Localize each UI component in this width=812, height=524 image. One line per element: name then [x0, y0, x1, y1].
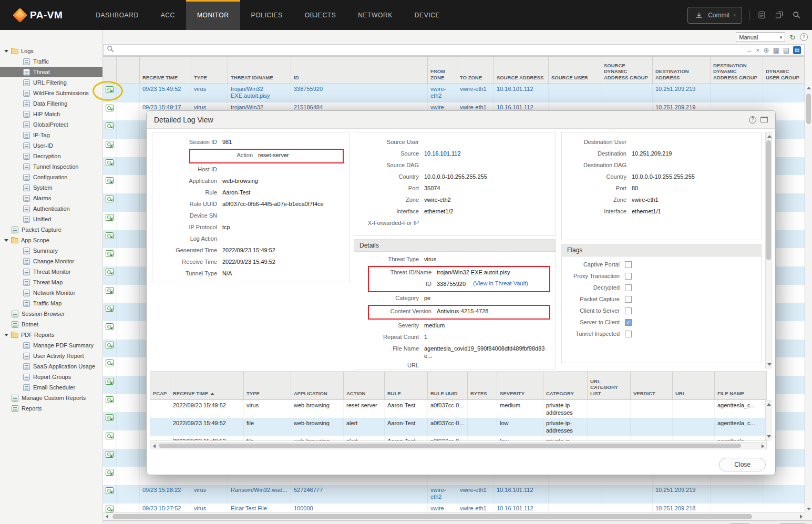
pcap-column-header-file-name[interactable]: FILE NAME — [715, 372, 766, 399]
pcap-column-header-pcap[interactable]: PCAP — [150, 372, 170, 399]
flag-tunnel-inspected-checkbox[interactable] — [625, 331, 632, 337]
pcap-log-row[interactable]: 2022/09/23 15:49:52fileweb-browsingalert… — [150, 418, 766, 436]
nav-tab-dashboard[interactable]: DASHBOARD — [85, 0, 149, 30]
column-header-id[interactable]: ID — [291, 57, 428, 84]
sidebar-item-reports[interactable]: Reports — [0, 403, 102, 414]
pcap-icon[interactable] — [106, 196, 114, 202]
sidebar-item-traffic-map[interactable]: Traffic Map — [0, 298, 102, 309]
pcap-icon[interactable] — [106, 396, 114, 403]
pcap-icon[interactable] — [106, 342, 114, 348]
sidebar-item-session-browser[interactable]: Session Browser — [0, 309, 102, 319]
scroll-left-icon[interactable] — [150, 443, 158, 450]
scroll-up-icon[interactable] — [766, 400, 772, 408]
scrollbar-thumb[interactable] — [766, 140, 771, 260]
sidebar-group-logs[interactable]: Logs — [0, 46, 102, 56]
column-header-destination-dynamic-address-group[interactable]: DESTINATION DYNAMIC ADDRESS GROUP — [711, 57, 763, 84]
threat-vault-link[interactable]: (View in Threat Vault) — [473, 280, 528, 286]
log-row[interactable]: 09/23 15:49:52virustrojan/Win32 EXE.auto… — [103, 84, 805, 102]
scroll-down-icon[interactable] — [805, 505, 812, 512]
commit-button[interactable]: Commit ▾ — [687, 7, 742, 24]
pcap-icon[interactable] — [106, 487, 114, 494]
pcap-icon[interactable] — [106, 323, 114, 330]
sidebar-item-url-filtering[interactable]: URL Filtering — [0, 77, 102, 88]
pcap-column-header-rule[interactable]: RULE — [385, 372, 428, 399]
pcap-icon[interactable] — [106, 287, 114, 294]
column-header-blank[interactable] — [103, 57, 117, 84]
scroll-down-icon[interactable] — [766, 433, 772, 440]
pcap-column-header-severity[interactable]: SEVERITY — [497, 372, 543, 399]
sidebar-item-summary[interactable]: Summary — [0, 245, 102, 256]
add-filter-icon[interactable]: ⊕ — [764, 47, 769, 54]
sidebar-item-threat-map[interactable]: Threat Map — [0, 277, 102, 287]
scrollbar-thumb[interactable] — [112, 514, 752, 519]
apply-filter-icon[interactable]: → — [745, 47, 752, 54]
flag-server-to-client-checkbox[interactable]: ✓ — [625, 319, 632, 326]
column-header-type[interactable]: TYPE — [191, 57, 228, 84]
tasks-icon[interactable] — [756, 10, 767, 20]
flag-decrypted-checkbox[interactable] — [625, 284, 632, 291]
sidebar-item-change-monitor[interactable]: Change Monitor — [0, 256, 102, 266]
flag-packet-capture-checkbox[interactable] — [625, 296, 632, 303]
pcap-vertical-scrollbar[interactable] — [765, 400, 772, 440]
pcap-icon[interactable] — [106, 305, 114, 312]
pcap-icon[interactable] — [106, 414, 114, 421]
scroll-down-icon[interactable] — [766, 361, 773, 368]
log-row[interactable]: 09/23 15:27:52virusEicar Test File100000… — [103, 504, 805, 512]
sidebar-item-manage-pdf-summary[interactable]: Manage PDF Summary — [0, 340, 102, 351]
close-button[interactable]: Close — [719, 458, 766, 471]
pcap-column-header-url[interactable]: URL — [673, 372, 715, 399]
help-icon[interactable]: ? — [800, 33, 808, 41]
scroll-left-icon[interactable] — [103, 513, 110, 520]
sidebar-item-data-filtering[interactable]: Data Filtering — [0, 98, 102, 109]
flag-proxy-transaction-checkbox[interactable] — [625, 273, 632, 280]
sidebar-item-threat[interactable]: Threat — [0, 67, 102, 77]
sidebar-item-hip-match[interactable]: HIP Match — [0, 109, 102, 119]
search-icon[interactable] — [791, 10, 801, 20]
sidebar-item-email-scheduler[interactable]: Email Scheduler — [0, 382, 102, 393]
pcap-icon[interactable] — [106, 105, 114, 111]
sidebar-item-decryption[interactable]: Decryption — [0, 151, 102, 161]
sidebar-item-botnet[interactable]: Botnet — [0, 319, 102, 330]
clear-filter-icon[interactable]: × — [756, 47, 760, 54]
pcap-icon[interactable] — [106, 250, 114, 257]
pcap-icon[interactable] — [106, 506, 114, 512]
pcap-column-header-url-category-list[interactable]: URL CATEGORY LIST — [588, 372, 631, 399]
pcap-horizontal-scrollbar[interactable] — [150, 442, 767, 449]
column-header-receive-time[interactable]: RECEIVE TIME — [140, 57, 191, 84]
pcap-log-row[interactable]: 2022/09/23 15:49:52fileweb-browsingalert… — [150, 436, 766, 441]
nav-tab-monitor[interactable]: MONITOR — [186, 0, 240, 30]
column-header-threat-id-name[interactable]: THREAT ID/NAME — [228, 57, 291, 84]
pcap-icon[interactable] — [106, 359, 114, 366]
pcap-icon[interactable] — [106, 86, 114, 93]
saved-filters-icon[interactable]: ▤ — [783, 47, 789, 54]
sidebar-item-unified[interactable]: Unified — [0, 214, 102, 224]
flag-captive-portal-checkbox[interactable] — [625, 261, 632, 268]
log-filter-input[interactable] — [118, 45, 742, 55]
pcap-icon[interactable] — [106, 214, 114, 221]
horizontal-scrollbar[interactable] — [103, 512, 805, 520]
pcap-column-header-verdict[interactable]: VERDICT — [631, 372, 673, 399]
export-icon[interactable]: ▤ — [793, 46, 801, 54]
scroll-right-icon[interactable] — [759, 443, 766, 450]
nav-tab-network[interactable]: NETWORK — [347, 0, 404, 30]
column-header-to-zone[interactable]: TO ZONE — [457, 57, 494, 84]
pcap-column-header-action[interactable]: ACTION — [344, 372, 385, 399]
pcap-column-header-application[interactable]: APPLICATION — [291, 372, 344, 399]
nav-tab-policies[interactable]: POLICIES — [240, 0, 294, 30]
pcap-icon[interactable] — [106, 159, 114, 166]
modal-vertical-scrollbar[interactable] — [765, 132, 772, 368]
pcap-icon[interactable] — [106, 232, 114, 239]
sidebar-item-system[interactable]: System — [0, 182, 102, 193]
sidebar-item-user-activity-report[interactable]: User Activity Report — [0, 351, 102, 361]
modal-popout-icon[interactable] — [760, 117, 768, 122]
sidebar-item-manage-custom-reports[interactable]: Manage Custom Reports — [0, 393, 102, 403]
sidebar-item-user-id[interactable]: User-ID — [0, 140, 102, 151]
sidebar-item-saas-application-usage[interactable]: SaaS Application Usage — [0, 361, 102, 372]
sidebar-item-traffic[interactable]: Traffic — [0, 56, 102, 67]
column-header-source-dynamic-address-group[interactable]: SOURCE DYNAMIC ADDRESS GROUP — [601, 57, 653, 84]
pcap-icon[interactable] — [106, 433, 114, 439]
pcap-icon[interactable] — [106, 378, 114, 385]
pcap-column-header-receive-time[interactable]: RECEIVE TIME — [170, 372, 244, 399]
sidebar-item-wildfire-submissions[interactable]: WildFire Submissions — [0, 88, 102, 98]
pcap-icon[interactable] — [106, 451, 114, 458]
